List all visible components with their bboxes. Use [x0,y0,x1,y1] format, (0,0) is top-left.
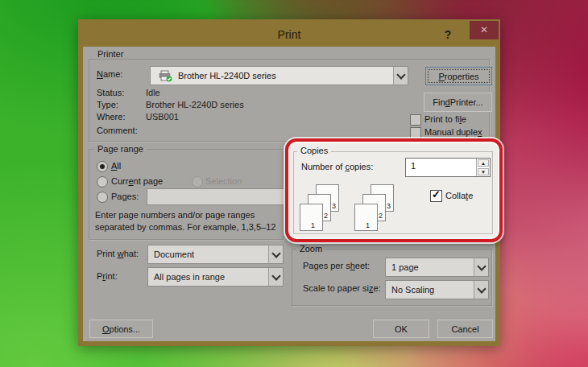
spin-up-icon[interactable]: ▲ [478,159,489,167]
zoom-group-label: Zoom [296,244,325,254]
status-label: Status: [97,88,124,97]
selection-radio-label: Selection [205,176,242,186]
chevron-down-icon [396,70,405,79]
print-dialog: Print ? ✕ Printer Name: Brother HL-2240D… [78,19,500,346]
cancel-button[interactable]: Cancel [437,320,493,338]
printer-icon [151,70,172,82]
print-dropdown-button[interactable] [268,268,283,286]
chevron-down-icon [271,271,280,280]
printer-group-label: Printer [94,49,126,59]
all-radio[interactable] [97,161,108,172]
page-number: 2 [379,212,383,220]
pages-per-sheet-value: 1 page [386,262,474,272]
selection-radio [192,176,203,188]
print-value: All pages in range [148,272,268,282]
type-label: Type: [97,100,118,109]
printer-name-dropdown-button[interactable] [393,67,408,85]
pages-per-sheet-dropdown-button[interactable] [474,258,488,276]
number-of-copies-spinner[interactable]: 1 ▲ ▼ [405,158,491,177]
pages-input[interactable] [147,188,284,205]
manual-duplex-checkbox[interactable] [410,127,421,138]
page-range-help-line2: separated by commas. For example, 1,3,5–… [95,222,275,232]
print-select[interactable]: All pages in range [147,267,284,287]
pages-radio-label[interactable]: Pages: [111,192,139,201]
collate-label[interactable]: Collate [445,191,473,200]
page-number: 1 [366,221,370,229]
manual-duplex-label[interactable]: Manual duplex [424,127,482,137]
comment-label: Comment: [97,126,138,135]
chevron-down-icon [271,249,280,258]
page-number: 1 [311,221,315,229]
printer-name-value: Brother HL-2240D series [172,71,393,80]
type-value: Brother HL-2240D series [146,100,244,109]
pages-per-sheet-select[interactable]: 1 page [385,258,489,277]
collate-checkbox[interactable]: ✓ [430,190,442,202]
where-value: USB001 [146,112,179,122]
scale-to-paper-size-value: No Scaling [386,285,474,295]
scale-dropdown-button[interactable] [474,281,488,299]
pages-radio[interactable] [97,192,108,203]
properties-button[interactable]: Properties [425,67,492,85]
check-icon: ✓ [432,188,441,200]
status-value: Idle [146,88,160,97]
page-number: 2 [324,212,328,220]
collate-page: 1 [300,204,323,231]
dialog-body: Printer Name: Brother HL-2240D series Pr… [83,47,495,341]
desktop: { "window": { "title": "Print", "help_gl… [0,0,588,367]
print-what-value: Document [148,249,268,259]
scale-to-paper-size-select[interactable]: No Scaling [385,280,489,299]
where-label: Where: [97,112,125,122]
radio-dot [100,164,105,169]
pages-per-sheet-label: Pages per sheet: [303,261,370,270]
all-radio-label[interactable]: All [111,161,121,171]
page-number: 3 [387,202,391,210]
current-page-radio-label[interactable]: Current page [111,176,163,186]
help-icon[interactable]: ? [440,27,456,43]
close-icon[interactable]: ✕ [470,21,499,39]
copies-group-label: Copies [297,146,331,155]
title-bar: Print ? ✕ [83,24,495,47]
print-label: Print: [97,271,118,281]
print-what-label: Print what: [97,249,139,258]
dialog-title: Print [83,28,495,41]
printer-name-label: Name: [97,69,122,79]
scale-to-paper-size-label: Scale to paper size: [303,283,381,293]
spinner-buttons: ▲ ▼ [476,159,490,176]
ok-button[interactable]: OK [373,320,429,338]
chevron-down-icon [477,284,486,293]
chevron-down-icon [477,262,486,270]
page-range-group-label: Page range [94,144,147,154]
print-to-file-checkbox[interactable] [410,114,421,126]
find-printer-button[interactable]: Find Printer... [424,93,492,112]
number-of-copies-label: Number of copies: [301,162,373,171]
spin-down-icon[interactable]: ▼ [478,168,489,175]
number-of-copies-value: 1 [406,159,476,176]
print-what-select[interactable]: Document [147,245,284,264]
print-to-file-label[interactable]: Print to file [424,114,466,124]
collate-page: 1 [354,204,378,231]
options-button[interactable]: Options... [89,320,153,338]
print-what-dropdown-button[interactable] [268,245,283,263]
printer-name-select[interactable]: Brother HL-2240D series [150,66,408,85]
page-number: 3 [332,202,336,210]
current-page-radio[interactable] [97,176,108,188]
page-range-help-line1: Enter page numbers and/or page ranges [95,210,255,220]
